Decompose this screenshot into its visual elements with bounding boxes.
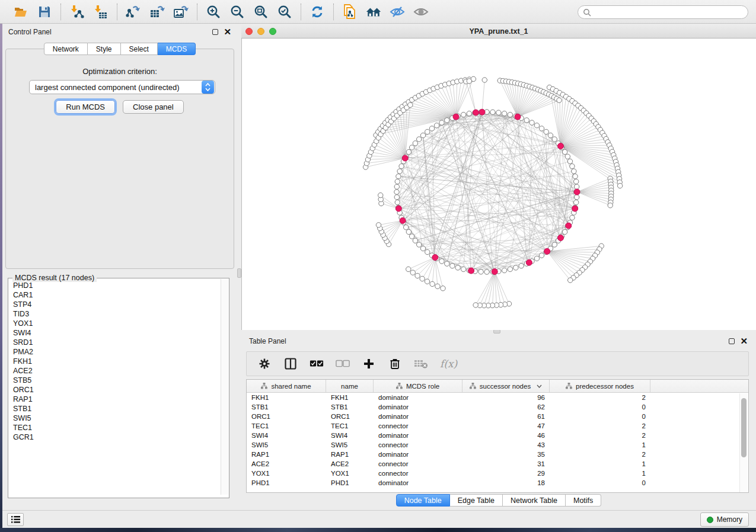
table-tabs: Node TableEdge TableNetwork TableMotifs <box>241 494 756 507</box>
close-panel-button[interactable]: Close panel <box>123 100 184 114</box>
result-node[interactable]: YOX1 <box>13 319 219 328</box>
table-row[interactable]: FKH1FKH1dominator962 <box>247 393 741 402</box>
mcds-result-list[interactable]: PHD1CAR1STP4TID3YOX1SWI4SRD1PMA2FKH1ACE2… <box>9 281 219 494</box>
table-scrollbar[interactable] <box>739 393 748 492</box>
search-icon <box>583 8 591 17</box>
network-window-titlebar[interactable]: YPA_prune.txt_1 <box>241 25 756 39</box>
table-row[interactable]: ORC1ORC1dominator610 <box>247 412 741 421</box>
control-panel-tabs: NetworkStyleSelectMCDS <box>2 43 237 55</box>
cell-MCDS-role: dominator <box>374 394 462 401</box>
table-row[interactable]: STB1STB1dominator620 <box>247 402 741 412</box>
tab-style[interactable]: Style <box>88 43 121 55</box>
select-all-icon[interactable] <box>310 357 324 371</box>
add-column-icon[interactable] <box>362 357 376 371</box>
zoom-out-icon[interactable] <box>229 4 245 20</box>
open-file-icon[interactable] <box>13 4 28 20</box>
float-panel-icon[interactable] <box>212 29 218 35</box>
table-row[interactable]: SWI5SWI5connector431 <box>247 440 741 450</box>
table-scrollbar-thumb[interactable] <box>741 398 747 457</box>
table-row[interactable]: RAP1RAP1dominator352 <box>247 450 741 459</box>
result-scrollbar[interactable] <box>221 279 228 495</box>
table-row[interactable]: ACE2ACE2connector311 <box>247 459 741 469</box>
search-box[interactable] <box>578 5 748 19</box>
save-icon[interactable] <box>37 4 52 20</box>
result-node[interactable]: SWI4 <box>13 328 219 338</box>
float-table-panel-icon[interactable] <box>729 338 735 344</box>
export-image-icon[interactable] <box>173 4 189 20</box>
table-row[interactable]: PHD1PHD1dominator180 <box>247 478 741 488</box>
table-row[interactable]: YOX1YOX1connector291 <box>247 469 741 478</box>
table-row[interactable]: TEC1TEC1connector472 <box>247 421 741 431</box>
column-header-shared-name[interactable]: shared name <box>247 380 326 392</box>
horizontal-splitter-handle[interactable] <box>493 329 500 334</box>
result-node[interactable]: RAP1 <box>13 395 219 404</box>
search-input[interactable] <box>594 8 736 17</box>
result-node[interactable]: ACE2 <box>13 366 219 376</box>
cell-name: SWI5 <box>326 441 374 448</box>
close-panel-icon[interactable]: ✕ <box>224 29 231 35</box>
network-window-title: YPA_prune.txt_1 <box>241 27 756 36</box>
network-canvas[interactable] <box>241 39 756 330</box>
tab-node-table[interactable]: Node Table <box>396 494 450 507</box>
criterion-dropdown[interactable]: largest connected component (undirected) <box>29 80 215 94</box>
settings-gear-icon[interactable] <box>257 357 272 371</box>
result-node[interactable]: TEC1 <box>13 423 219 432</box>
dropdown-stepper-icon <box>202 81 214 94</box>
column-header-MCDS-role[interactable]: MCDS role <box>374 380 462 392</box>
show-panel-icon[interactable] <box>413 4 429 20</box>
memory-button[interactable]: Memory <box>700 512 749 527</box>
delete-table-icon[interactable] <box>414 357 428 371</box>
run-mcds-button[interactable]: Run MCDS <box>56 100 115 114</box>
close-table-panel-icon[interactable]: ✕ <box>740 338 748 344</box>
tab-motifs[interactable]: Motifs <box>566 494 601 507</box>
network-window: YPA_prune.txt_1 <box>241 24 756 330</box>
function-builder-icon[interactable]: f(x) <box>440 358 457 370</box>
cell-MCDS-role: connector <box>374 460 462 467</box>
zoom-fit-icon[interactable] <box>253 4 269 20</box>
home-icon[interactable] <box>366 4 381 20</box>
result-node[interactable]: PHD1 <box>13 281 219 290</box>
cell-successor-nodes: 35 <box>462 451 550 458</box>
vertical-splitter[interactable] <box>237 24 241 510</box>
result-node[interactable]: STP4 <box>13 300 219 309</box>
refresh-icon[interactable] <box>310 4 325 20</box>
vertical-splitter-handle[interactable] <box>237 268 241 278</box>
result-node[interactable]: SWI5 <box>13 414 219 423</box>
column-header-predecessor-nodes[interactable]: predecessor nodes <box>550 380 650 392</box>
hide-panel-icon[interactable] <box>390 4 405 20</box>
result-node[interactable]: TID3 <box>13 309 219 319</box>
result-node[interactable]: GCR1 <box>13 432 219 442</box>
table-toolbar: f(x) <box>246 351 749 376</box>
task-history-button[interactable] <box>7 513 24 526</box>
export-table-icon[interactable] <box>149 4 165 20</box>
result-node[interactable]: SRD1 <box>13 338 219 347</box>
result-node[interactable]: STB1 <box>13 404 219 414</box>
tab-select[interactable]: Select <box>121 43 158 55</box>
result-node[interactable]: PMA2 <box>13 347 219 357</box>
zoom-in-icon[interactable] <box>206 4 221 20</box>
column-layout-icon[interactable] <box>283 357 298 371</box>
result-node[interactable]: STB5 <box>13 376 219 385</box>
tab-edge-table[interactable]: Edge Table <box>450 494 503 507</box>
column-header-name[interactable]: name <box>326 380 374 392</box>
column-header-successor-nodes[interactable]: successor nodes <box>462 380 550 392</box>
tab-network[interactable]: Network <box>44 43 88 55</box>
table-header: shared namenameMCDS rolesuccessor nodesp… <box>247 380 748 393</box>
tab-mcds[interactable]: MCDS <box>158 43 196 55</box>
export-network-icon[interactable] <box>126 4 141 20</box>
result-node[interactable]: CAR1 <box>13 290 219 300</box>
import-network-icon[interactable] <box>69 4 85 20</box>
zoom-selected-icon[interactable] <box>277 4 292 20</box>
tab-network-table[interactable]: Network Table <box>503 494 566 507</box>
result-node[interactable]: FKH1 <box>13 357 219 366</box>
import-table-icon[interactable] <box>93 4 109 20</box>
deselect-all-icon[interactable] <box>336 357 350 371</box>
node-table: shared namenameMCDS rolesuccessor nodesp… <box>246 379 749 493</box>
cell-successor-nodes: 47 <box>462 422 550 430</box>
result-node[interactable]: ORC1 <box>13 385 219 395</box>
cell-successor-nodes: 46 <box>462 432 550 439</box>
table-row[interactable]: SWI4SWI4dominator462 <box>247 431 741 440</box>
delete-column-icon[interactable] <box>388 357 402 371</box>
clone-network-icon[interactable] <box>342 4 358 20</box>
control-panel: Control Panel ✕ NetworkStyleSelectMCDS O… <box>2 24 237 510</box>
